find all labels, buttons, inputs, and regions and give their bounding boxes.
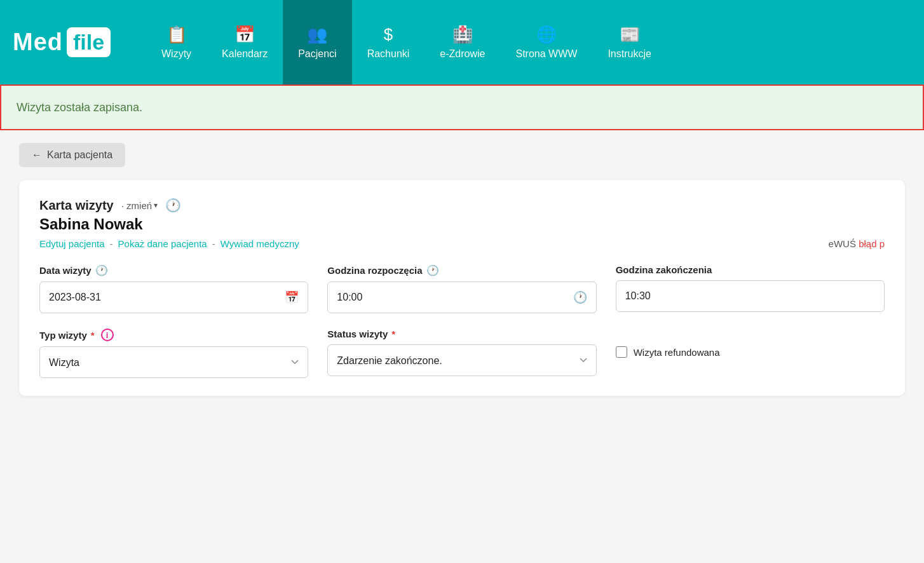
status-wizyty-field: Status wizyty * Zdarzenie zakończone. Za… [327, 329, 596, 378]
ezdrowie-icon: 🏥 [452, 25, 473, 44]
patient-name: Sabina Nowak [39, 215, 885, 233]
patient-links: Edytuj pacjenta - Pokaż dane pacjenta - … [39, 238, 885, 249]
back-button-label: Karta pacjenta [47, 149, 112, 161]
rachunki-label: Rachunki [367, 48, 410, 60]
data-wizyty-input[interactable] [49, 292, 285, 303]
strona_www-icon: 🌐 [536, 25, 557, 44]
ewus-text: eWUŚ [829, 238, 856, 249]
wizyta-refundowana-label[interactable]: Wizyta refundowana [634, 347, 720, 358]
status-wizyty-select[interactable]: Zdarzenie zakończone. Zaplanowana Anulow… [327, 344, 596, 376]
wizyty-icon: 📋 [166, 25, 187, 44]
godzina-zakonczenia-label: Godzina zakończenia [616, 264, 885, 275]
data-wizyty-input-wrapper: 📅 [39, 282, 308, 313]
wizyty-label: Wizyty [161, 48, 191, 60]
instrukcje-label: Instrukcje [608, 48, 651, 60]
success-message: Wizyta została zapisana. [17, 101, 142, 114]
calendar-icon[interactable]: 📅 [285, 290, 299, 304]
content: ← Karta pacjenta Karta wizyty · zmień ▾ … [0, 130, 924, 415]
ewus-label: eWUŚ błąd p [829, 238, 885, 249]
success-banner: Wizyta została zapisana. [0, 85, 924, 130]
wizyta-refundowana-row: Wizyta refundowana [616, 329, 885, 358]
pokaz-dane-link[interactable]: Pokaż dane pacjenta [118, 238, 207, 249]
status-wizyty-label: Status wizyty * [327, 329, 596, 339]
chevron-down-icon: ▾ [154, 201, 158, 210]
data-clock-icon[interactable]: 🕐 [95, 264, 108, 276]
typ-wizyty-select[interactable]: Wizyta Konsultacja Zabieg [39, 346, 308, 378]
logo: Med file [13, 27, 127, 57]
nav-item-ezdrowie[interactable]: 🏥 e-Zdrowie [425, 0, 500, 85]
status-wizyty-required: * [391, 329, 395, 339]
ewus-status: błąd p [859, 238, 885, 249]
form-row-1: Data wizyty 🕐 📅 Godzina rozpoczęcia 🕐 🕐 [39, 264, 885, 313]
kalendarz-icon: 📅 [234, 25, 255, 44]
wizyta-refundowana-field: Wizyta refundowana [616, 329, 885, 378]
wywiad-medyczny-link[interactable]: Wywiad medyczny [221, 238, 299, 249]
godzina-zakonczenia-input[interactable] [625, 290, 875, 302]
logo-file: file [73, 30, 104, 55]
godzina-rozpoczecia-input-wrapper: 🕐 [327, 282, 596, 313]
nav-item-strona_www[interactable]: 🌐 Strona WWW [500, 0, 592, 85]
instrukcje-icon: 📰 [620, 25, 640, 44]
nav-item-kalendarz[interactable]: 📅 Kalendarz [207, 0, 283, 85]
time-icon[interactable]: 🕐 [573, 290, 587, 304]
pacjenci-label: Pacjenci [298, 48, 336, 60]
typ-wizyty-required: * [91, 330, 95, 341]
edytuj-pacjenta-link[interactable]: Edytuj pacjenta [39, 238, 105, 249]
data-wizyty-field: Data wizyty 🕐 📅 [39, 264, 308, 313]
card-title: Karta wizyty [39, 198, 114, 213]
separator-2: - [212, 238, 215, 249]
logo-box: file [67, 27, 111, 57]
main-nav: 📋 Wizyty 📅 Kalendarz 👥 Pacjenci $ Rachun… [146, 0, 911, 85]
godzina-rozpoczecia-label: Godzina rozpoczęcia 🕐 [327, 264, 596, 276]
data-wizyty-label: Data wizyty 🕐 [39, 264, 308, 276]
nav-item-pacjenci[interactable]: 👥 Pacjenci [283, 0, 351, 85]
godzina-zakonczenia-input-wrapper [616, 280, 885, 312]
godzina-rozpoczecia-field: Godzina rozpoczęcia 🕐 🕐 [327, 264, 596, 313]
kalendarz-label: Kalendarz [222, 48, 268, 60]
logo-med: Med [13, 29, 63, 56]
strona_www-label: Strona WWW [515, 48, 577, 60]
nav-item-instrukcje[interactable]: 📰 Instrukcje [592, 0, 666, 85]
typ-wizyty-label: Typ wizyty * i [39, 329, 308, 341]
header: Med file 📋 Wizyty 📅 Kalendarz 👥 Pacjenci… [0, 0, 924, 85]
form-row-2: Typ wizyty * i Wizyta Konsultacja Zabieg… [39, 329, 885, 378]
separator-1: - [110, 238, 113, 249]
back-arrow-icon: ← [32, 149, 42, 161]
nav-item-rachunki[interactable]: $ Rachunki [352, 0, 425, 85]
pacjenci-icon: 👥 [307, 25, 327, 44]
clock-icon[interactable]: 🕐 [165, 198, 181, 213]
rachunki-icon: $ [384, 25, 393, 44]
ezdrowie-label: e-Zdrowie [440, 48, 485, 60]
godzina-clock-icon[interactable]: 🕐 [426, 264, 439, 276]
zmien-link[interactable]: · zmień ▾ [121, 200, 158, 211]
visit-card: Karta wizyty · zmień ▾ 🕐 Sabina Nowak Ed… [19, 180, 905, 396]
wizyta-refundowana-checkbox[interactable] [616, 346, 627, 358]
back-button[interactable]: ← Karta pacjenta [19, 143, 125, 167]
nav-item-wizyty[interactable]: 📋 Wizyty [146, 0, 207, 85]
zmien-label: · zmień [121, 200, 152, 211]
card-header-row: Karta wizyty · zmień ▾ 🕐 [39, 198, 885, 213]
typ-wizyty-info-icon[interactable]: i [101, 329, 114, 341]
typ-wizyty-field: Typ wizyty * i Wizyta Konsultacja Zabieg [39, 329, 308, 378]
godzina-rozpoczecia-input[interactable] [337, 292, 573, 303]
godzina-zakonczenia-field: Godzina zakończenia [616, 264, 885, 313]
